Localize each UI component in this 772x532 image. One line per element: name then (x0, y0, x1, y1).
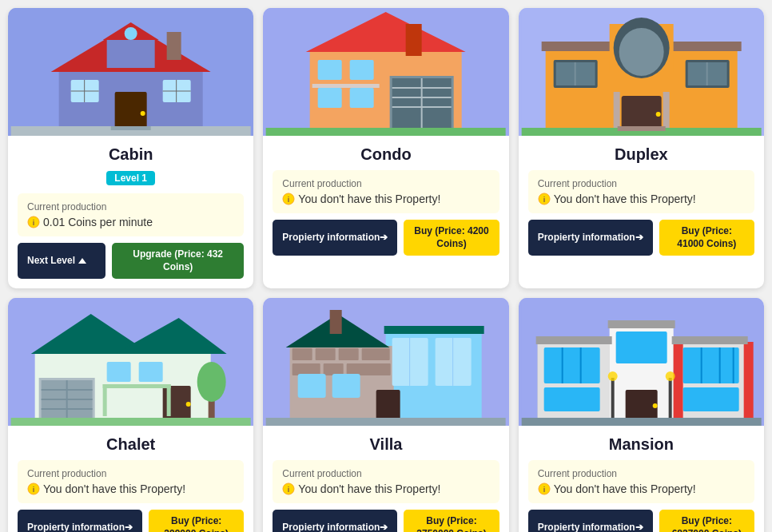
condo-btn-row: Propierty information➔ Buy (Price: 4200 … (273, 220, 499, 256)
coin-icon-mansion: i (538, 482, 551, 495)
svg-rect-22 (406, 24, 422, 56)
svg-rect-121 (615, 332, 667, 363)
cabin-image (8, 8, 253, 136)
chalet-buy-button[interactable]: Buy (Price: 399000 Coins) (149, 510, 244, 532)
coin-icon-chalet: i (27, 482, 40, 495)
svg-point-125 (607, 371, 617, 381)
svg-text:i: i (288, 196, 290, 204)
chalet-btn-row: Propierty information➔ Buy (Price: 39900… (18, 510, 244, 532)
svg-rect-29 (318, 60, 342, 80)
chalet-production-label: Current production (27, 468, 234, 479)
villa-buy-button[interactable]: Buy (Price: 3750000 Coins) (404, 510, 499, 532)
svg-point-42 (619, 28, 663, 76)
svg-rect-110 (607, 320, 675, 328)
mansion-info-box: Current production i You don't have this… (528, 460, 754, 503)
cabin-btn-row: Next Level Upgrade (Price: 432 Coins) (18, 243, 244, 279)
coin-icon-condo: i (282, 193, 295, 205)
svg-rect-113 (682, 387, 738, 411)
svg-rect-91 (384, 326, 484, 334)
coin-icon-duplex: i (538, 193, 551, 205)
svg-text:i: i (543, 486, 545, 494)
svg-rect-67 (107, 362, 131, 382)
mansion-info-button[interactable]: Propierty information➔ (528, 510, 653, 532)
chalet-info-box: Current production i You don't have this… (18, 460, 244, 503)
svg-rect-90 (330, 310, 342, 334)
svg-rect-30 (350, 60, 374, 80)
mansion-production-value: i You don't have this Property! (538, 482, 745, 495)
duplex-info-button[interactable]: Propierty information➔ (528, 220, 653, 256)
duplex-production-label: Current production (538, 178, 745, 189)
svg-rect-54 (617, 126, 665, 131)
svg-rect-93 (332, 374, 360, 398)
condo-production-label: Current production (282, 178, 489, 189)
duplex-production-value: i You don't have this Property! (538, 193, 745, 205)
condo-info-box: Current production i You don't have this… (273, 170, 499, 213)
chalet-production-value: i You don't have this Property! (27, 482, 234, 495)
svg-rect-126 (668, 378, 671, 422)
villa-production-value: i You don't have this Property! (282, 482, 489, 495)
svg-rect-73 (103, 384, 171, 388)
svg-rect-83 (316, 348, 336, 360)
chalet-info-button[interactable]: Propierty information➔ (18, 510, 142, 532)
svg-rect-88 (347, 363, 391, 375)
cabin-title: Cabin (18, 145, 244, 164)
property-grid: Cabin Level 1 Current production i 0.01 … (8, 8, 764, 532)
svg-rect-112 (682, 347, 738, 383)
svg-point-123 (652, 403, 657, 408)
condo-body: Condo Current production i You don't hav… (263, 136, 508, 265)
svg-rect-68 (139, 362, 163, 382)
arrow-up-icon (78, 258, 86, 264)
svg-rect-84 (339, 348, 359, 360)
svg-rect-52 (663, 92, 669, 132)
svg-rect-107 (673, 342, 682, 422)
mansion-image (519, 298, 764, 426)
condo-buy-button[interactable]: Buy (Price: 4200 Coins) (404, 220, 499, 256)
svg-rect-31 (318, 88, 342, 108)
svg-rect-108 (743, 342, 753, 422)
svg-rect-15 (111, 126, 151, 130)
svg-rect-124 (611, 378, 614, 422)
next-level-button[interactable]: Next Level (18, 243, 105, 279)
duplex-btn-row: Propierty information➔ Buy (Price: 41000… (528, 220, 754, 256)
mansion-buy-button[interactable]: Buy (Price: 6827000 Coins) (659, 510, 754, 532)
cabin-production-label: Current production (27, 201, 234, 212)
chalet-image (8, 298, 253, 426)
duplex-image (519, 8, 764, 136)
svg-point-70 (186, 402, 191, 407)
svg-point-72 (197, 362, 226, 402)
mansion-btn-row: Propierty information➔ Buy (Price: 68270… (528, 510, 754, 532)
svg-rect-34 (266, 128, 506, 136)
villa-body: Villa Current production i You don't hav… (263, 426, 508, 532)
card-cabin: Cabin Level 1 Current production i 0.01 … (8, 8, 253, 288)
mansion-body: Mansion Current production i You don't h… (519, 426, 764, 532)
mansion-title: Mansion (528, 435, 754, 454)
svg-rect-33 (312, 84, 380, 88)
svg-rect-51 (613, 92, 619, 132)
svg-rect-98 (376, 390, 400, 422)
svg-text:i: i (33, 486, 35, 494)
svg-rect-92 (298, 374, 326, 398)
svg-rect-32 (350, 88, 374, 108)
upgrade-button[interactable]: Upgrade (Price: 432 Coins) (112, 243, 244, 279)
coin-icon-cabin: i (27, 216, 40, 228)
villa-info-button[interactable]: Propierty information➔ (273, 510, 397, 532)
svg-rect-111 (671, 336, 747, 344)
svg-rect-86 (292, 363, 320, 375)
cabin-level-row: Level 1 (18, 170, 244, 193)
villa-image (263, 298, 508, 426)
duplex-buy-button[interactable]: Buy (Price: 41000 Coins) (659, 220, 754, 256)
svg-point-5 (125, 27, 137, 40)
svg-rect-109 (535, 336, 611, 344)
card-chalet: Chalet Current production i You don't ha… (8, 298, 253, 532)
svg-rect-75 (167, 384, 171, 416)
svg-rect-87 (324, 363, 344, 375)
svg-rect-3 (107, 40, 155, 68)
duplex-body: Duplex Current production i You don't ha… (519, 136, 764, 265)
card-duplex: Duplex Current production i You don't ha… (519, 8, 764, 288)
coin-icon-villa: i (282, 482, 295, 495)
cabin-level-badge: Level 1 (106, 171, 155, 185)
card-mansion: Mansion Current production i You don't h… (519, 298, 764, 532)
svg-rect-82 (292, 348, 312, 360)
svg-rect-16 (167, 32, 181, 60)
condo-info-button[interactable]: Propierty information➔ (273, 220, 397, 256)
